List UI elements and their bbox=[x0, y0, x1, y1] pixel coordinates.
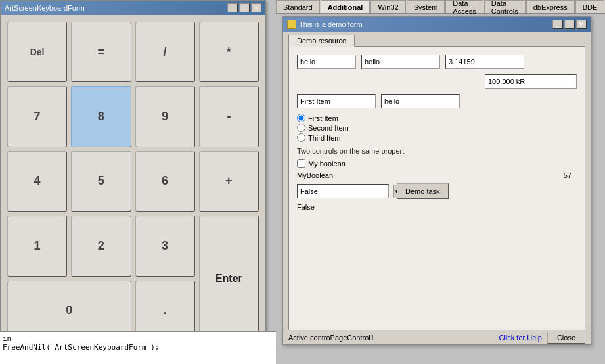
form-row-3: ▼ bbox=[297, 94, 577, 108]
key-9[interactable]: 9 bbox=[135, 86, 195, 147]
item-dropdown-wrap: ▼ bbox=[297, 94, 376, 108]
tab-additional[interactable]: Additional bbox=[321, 0, 370, 13]
key-del[interactable]: Del bbox=[7, 22, 67, 82]
help-link[interactable]: Click for Help bbox=[499, 334, 541, 342]
key-enter[interactable]: Enter bbox=[199, 216, 259, 341]
status-text: Active controPageControl1 bbox=[288, 334, 374, 342]
form-row-1 bbox=[297, 55, 577, 69]
tab-standard[interactable]: Standard bbox=[276, 0, 320, 13]
demo-minimize-btn[interactable]: _ bbox=[552, 20, 563, 29]
demo-window-title: This is a demo form bbox=[299, 20, 363, 28]
demo-tab-content: ▼ First Item Second Item Third Item bbox=[288, 46, 585, 344]
tab-data-controls[interactable]: Data Controls bbox=[484, 0, 526, 13]
code-line-1: in bbox=[3, 334, 273, 343]
radio-third-label: Third Item bbox=[308, 134, 341, 142]
demo-task-button[interactable]: Demo task bbox=[397, 183, 449, 199]
bottom-code-area: in FreeAndNil( ArtScreenKeyboardForm ); bbox=[0, 331, 276, 364]
keyboard-titlebar: ArtScreenKeyboardForm _ □ ✕ bbox=[1, 1, 265, 15]
demo-titlebar-left: This is a demo form bbox=[287, 20, 363, 29]
demo-window: This is a demo form _ □ ✕ Demo resource bbox=[282, 16, 591, 345]
myboolean-dropdown-wrap: ▼ bbox=[297, 184, 389, 198]
radio-second-item[interactable]: Second Item bbox=[297, 124, 577, 132]
demo-resource-tab[interactable]: Demo resource bbox=[288, 35, 355, 47]
tab-win32[interactable]: Win32 bbox=[370, 0, 405, 13]
myboolean-number: 57 bbox=[564, 171, 571, 179]
false-row: ▼ Demo task bbox=[297, 183, 577, 199]
key-multiply[interactable]: * bbox=[199, 22, 259, 82]
demo-status-bar: Active controPageControl1 Click for Help… bbox=[283, 330, 591, 344]
radio-third-input[interactable] bbox=[297, 133, 305, 142]
keyboard-form-title: ArtScreenKeyboardForm bbox=[5, 4, 85, 12]
key-minus[interactable]: - bbox=[199, 86, 259, 147]
checkbox-row: My boolean bbox=[297, 159, 577, 168]
dropdown-hello-input[interactable] bbox=[381, 94, 460, 108]
key-7[interactable]: 7 bbox=[7, 86, 67, 147]
separator-text: Two controls on the same propert bbox=[297, 147, 577, 155]
myboolean-row: MyBoolean 57 bbox=[297, 171, 577, 179]
key-1[interactable]: 1 bbox=[7, 216, 67, 276]
form-row-2 bbox=[297, 74, 577, 89]
key-divide[interactable]: / bbox=[135, 22, 195, 82]
tab-system[interactable]: System bbox=[407, 0, 445, 13]
radio-first-item[interactable]: First Item bbox=[297, 114, 577, 122]
titlebar-close-btn[interactable]: ✕ bbox=[251, 3, 261, 12]
myboolean-false-text: False bbox=[297, 203, 577, 211]
tab-bde[interactable]: BDE bbox=[575, 0, 605, 13]
hello-top-input[interactable] bbox=[361, 55, 440, 69]
pi-input[interactable] bbox=[445, 55, 524, 69]
titlebar-minimize-btn[interactable]: _ bbox=[227, 3, 238, 12]
currency-input[interactable] bbox=[485, 74, 577, 89]
key-4[interactable]: 4 bbox=[7, 151, 67, 212]
code-line-2: FreeAndNil( ArtScreenKeyboardForm ); bbox=[3, 343, 273, 352]
radio-first-input[interactable] bbox=[297, 114, 305, 122]
radio-third-item[interactable]: Third Item bbox=[297, 133, 577, 142]
demo-titlebar-btns: _ □ ✕ bbox=[552, 20, 587, 29]
myboolean-dropdown-input[interactable] bbox=[298, 186, 393, 196]
radio-second-input[interactable] bbox=[297, 124, 305, 132]
close-button[interactable]: Close bbox=[547, 332, 585, 344]
key-5[interactable]: 5 bbox=[71, 151, 131, 212]
key-2[interactable]: 2 bbox=[71, 216, 131, 276]
demo-inner-tabs: Demo resource bbox=[283, 32, 591, 46]
demo-close-btn[interactable]: ✕ bbox=[576, 20, 587, 29]
key-plus[interactable]: + bbox=[199, 151, 259, 212]
key-3[interactable]: 3 bbox=[135, 216, 195, 276]
radio-first-label: First Item bbox=[308, 114, 338, 122]
key-8[interactable]: 8 bbox=[71, 86, 131, 147]
key-equals[interactable]: = bbox=[71, 22, 131, 82]
status-bar-right: Click for Help Close bbox=[499, 332, 585, 344]
my-boolean-checkbox[interactable] bbox=[297, 159, 305, 168]
hello-left-input[interactable] bbox=[297, 55, 356, 69]
key-6[interactable]: 6 bbox=[135, 151, 195, 212]
tab-data-access[interactable]: Data Access bbox=[445, 0, 483, 13]
myboolean-label: MyBoolean bbox=[297, 171, 564, 179]
demo-titlebar: This is a demo form _ □ ✕ bbox=[283, 17, 591, 32]
demo-restore-btn[interactable]: □ bbox=[564, 20, 575, 29]
titlebar-buttons: _ □ ✕ bbox=[227, 3, 261, 12]
checkbox-label: My boolean bbox=[308, 160, 346, 168]
tab-dbexpress[interactable]: dbExpress bbox=[526, 0, 575, 13]
top-tabbar: Standard Additional Win32 System Data Ac… bbox=[276, 0, 605, 14]
keyboard-form: ArtScreenKeyboardForm _ □ ✕ Del = / * 7 … bbox=[0, 0, 266, 348]
radio-second-label: Second Item bbox=[308, 124, 349, 132]
item-dropdown-input[interactable] bbox=[298, 96, 393, 106]
keyboard-grid: Del = / * 7 8 9 - 4 5 6 + 1 2 3 Enter 0 … bbox=[1, 15, 265, 348]
demo-window-icon bbox=[287, 20, 296, 29]
radio-group: First Item Second Item Third Item bbox=[297, 114, 577, 142]
titlebar-maximize-btn[interactable]: □ bbox=[239, 3, 250, 12]
